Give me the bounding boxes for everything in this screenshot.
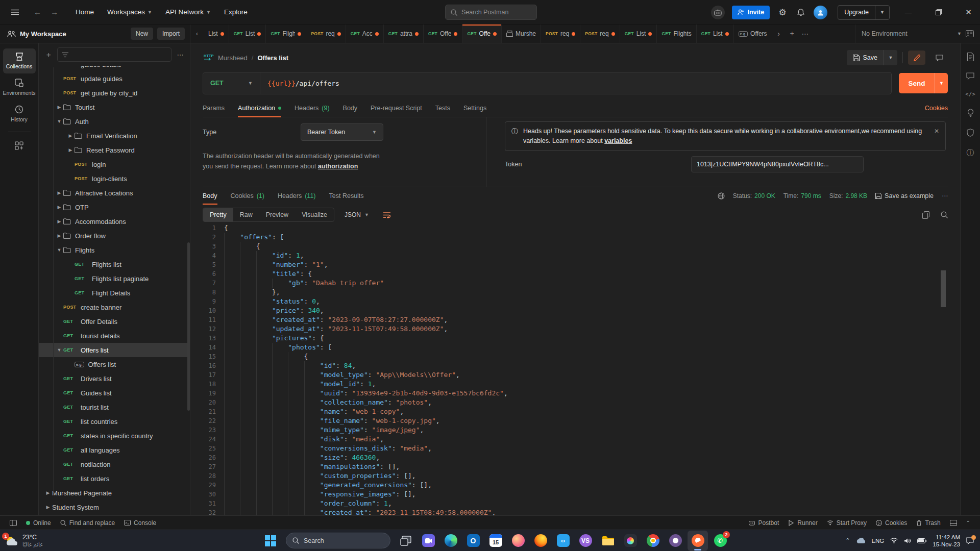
rename-pencil-button[interactable] [908, 51, 925, 65]
tab-headers[interactable]: Headers(9) [295, 99, 330, 117]
user-avatar[interactable] [814, 6, 827, 19]
tree-request-drivers-list[interactable]: GETDrivers list [39, 371, 187, 386]
taskbar-app-github-desktop[interactable] [665, 531, 685, 551]
tree-chevron-icon[interactable]: ▶ [55, 233, 63, 238]
response-tab-test-results[interactable]: Test Results [329, 187, 364, 204]
expand-panel-chevron-icon[interactable]: ⌃ [962, 520, 975, 525]
rail-item-more-tools[interactable] [3, 137, 36, 154]
chevron-down-icon[interactable]: ▼ [875, 6, 889, 19]
window-minimize-button[interactable]: — [897, 0, 920, 24]
tree-request-login[interactable]: POSTlogin [39, 157, 187, 171]
auth-type-select[interactable]: Bearer Token ▼ [301, 123, 383, 141]
response-tab-headers[interactable]: Headers(11) [278, 187, 316, 204]
token-input[interactable]: 1013|z1UCtIMPY9NW4pN80pxulVvIeORT8c... [691, 156, 864, 172]
taskbar-app-file-explorer[interactable] [598, 531, 618, 551]
network-globe-icon[interactable] [718, 192, 725, 199]
tree-chevron-icon[interactable]: ▶ [66, 133, 75, 138]
add-collection-button[interactable]: ＋ [43, 49, 54, 60]
new-button[interactable]: New [131, 28, 153, 40]
tree-request-tourist-details[interactable]: GETtourist details [39, 329, 187, 343]
menu-workspaces[interactable]: Workspaces▼ [107, 8, 152, 16]
save-as-example-button[interactable]: Save as example [875, 192, 934, 199]
wifi-icon[interactable] [890, 538, 898, 543]
search-in-body-icon[interactable] [941, 211, 948, 218]
console-button[interactable]: Console [119, 519, 161, 527]
tree-request-offers-list[interactable]: ▼GETOffers list [39, 343, 187, 357]
tree-chevron-icon[interactable]: ▼ [55, 247, 63, 253]
volume-icon[interactable] [904, 538, 911, 544]
save-button[interactable]: Save [847, 50, 884, 65]
response-tab-body[interactable]: Body [203, 187, 217, 204]
open-tab-list[interactable]: GETList [697, 24, 734, 43]
info-icon[interactable]: ⓘ [967, 148, 974, 158]
response-body-json[interactable]: 1{2 "offers": [3 {4 "id": 1,5 "number": … [202, 223, 936, 515]
method-selector[interactable]: GET ▼ [203, 72, 260, 94]
taskbar-app-vs-code[interactable]: ‹› [553, 531, 573, 551]
rail-item-environments[interactable]: Environments [3, 74, 36, 100]
tabs-scroll-left-icon[interactable]: ‹ [190, 24, 204, 43]
tab-body[interactable]: Body [343, 99, 358, 117]
upgrade-button[interactable]: Upgrade ▼ [838, 5, 890, 20]
open-tab-offe[interactable]: GETOffe [424, 24, 463, 43]
settings-gear-icon[interactable]: ⚙ [777, 7, 788, 18]
tree-folder-accommodations[interactable]: ▶Accommodations [39, 214, 187, 229]
tab-pre-request-script[interactable]: Pre-request Script [371, 99, 422, 117]
tree-request-flights-list[interactable]: GETFlights list [39, 257, 187, 271]
hamburger-menu-icon[interactable] [9, 7, 20, 18]
wrap-lines-button[interactable] [379, 208, 395, 222]
open-tab-fligh[interactable]: GETFligh [266, 24, 306, 43]
postbot-icon[interactable] [711, 6, 725, 19]
taskbar-app-outlook[interactable]: O [463, 531, 483, 551]
tree-example-offers-list[interactable]: e.g.Offers list [39, 357, 187, 371]
save-options-chevron[interactable]: ▼ [884, 50, 897, 65]
nav-forward-icon[interactable]: → [51, 8, 58, 16]
tab-options-icon[interactable]: ⋯ [799, 24, 812, 43]
tree-folder-auth[interactable]: ▼Auth [39, 114, 187, 129]
tabs-scroll-right-icon[interactable]: › [772, 24, 786, 43]
workspace-title[interactable]: My Workspace [20, 30, 127, 38]
tree-request-states-in-specific-country[interactable]: GETstates in specific country [39, 429, 187, 443]
banner-close-icon[interactable]: ✕ [934, 127, 939, 146]
tab-params[interactable]: Params [203, 99, 225, 117]
weather-widget[interactable]: 1 23°C غائم غالبًا [0, 534, 92, 548]
taskbar-search[interactable]: Search [286, 533, 390, 548]
window-close-button[interactable]: ✕ [957, 0, 980, 24]
connection-status[interactable]: Online [21, 519, 56, 527]
tree-request-all-languages[interactable]: GETall languages [39, 443, 187, 457]
tree-folder-order-flow[interactable]: ▶Order flow [39, 229, 187, 243]
global-search[interactable]: Search Postman [445, 5, 537, 20]
open-tab-list[interactable]: GETList [229, 24, 266, 43]
comment-button[interactable] [930, 51, 948, 65]
comments-icon[interactable] [966, 72, 974, 80]
taskbar-app-whatsapp[interactable]: ✆2 [710, 531, 730, 551]
shield-icon[interactable] [967, 129, 974, 137]
tree-request-flight-details[interactable]: GETFlight Details [39, 286, 187, 300]
tree-request-guides-details[interactable]: GETguides details [39, 66, 187, 71]
sidebar-more-actions-icon[interactable]: ⋯ [175, 49, 186, 60]
tree-request-list-countries[interactable]: GETlist countries [39, 414, 187, 429]
tree-request-notiiaction[interactable]: GETnotiiaction [39, 457, 187, 471]
new-tab-button[interactable]: ＋ [786, 24, 799, 43]
tree-request-create-banner[interactable]: POSTcreate banner [39, 300, 187, 314]
tree-chevron-icon[interactable]: ▶ [44, 505, 52, 510]
open-tab-req[interactable]: POSTreq [306, 24, 346, 43]
response-more-actions-icon[interactable]: ⋯ [942, 192, 948, 199]
tree-request-list-orders[interactable]: GETlist orders [39, 471, 187, 486]
taskbar-app-photos[interactable] [508, 531, 528, 551]
tree-chevron-icon[interactable]: ▼ [55, 347, 63, 353]
postbot-button[interactable]: Postbot [744, 519, 784, 527]
window-maximize-button[interactable] [927, 0, 950, 24]
send-button[interactable]: Send ▼ [899, 73, 948, 93]
runner-button[interactable]: Runner [783, 519, 822, 527]
open-tab-list[interactable]: GETList [620, 24, 657, 43]
taskbar-clock[interactable]: 11:42 AM 15-Nov-23 [933, 534, 960, 548]
url-input[interactable]: {{url}}/api/offers [260, 72, 347, 94]
trash-button[interactable]: Trash [912, 519, 945, 527]
open-tab-req[interactable]: POSTreq [541, 24, 580, 43]
start-button[interactable] [260, 531, 281, 551]
cookies-button[interactable]: Cookies [871, 519, 912, 527]
tree-chevron-icon[interactable]: ▶ [44, 490, 52, 495]
open-tab-murshe[interactable]: Murshe [502, 24, 541, 43]
open-tab-flights[interactable]: GETFlights [657, 24, 696, 43]
breadcrumb-collection[interactable]: Mursheed [218, 54, 248, 62]
